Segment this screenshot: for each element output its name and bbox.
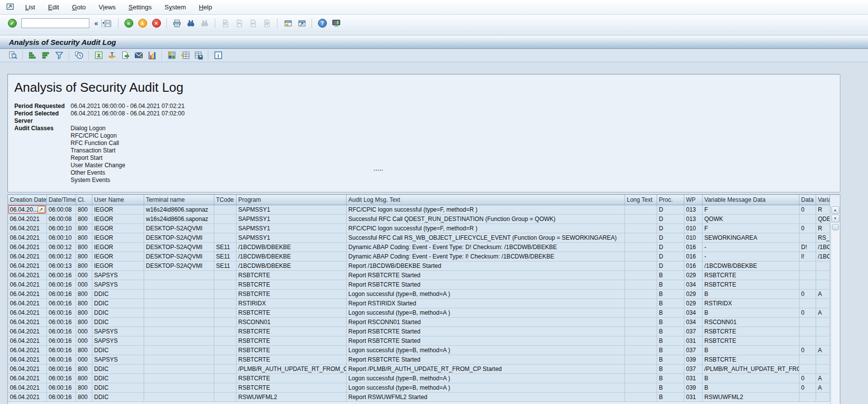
next-page-button[interactable] xyxy=(247,17,259,29)
cell-variab[interactable] xyxy=(816,392,829,402)
cell-msg[interactable]: Dynamic ABAP Coding: Event - Event Type:… xyxy=(346,252,625,261)
cell-variab[interactable] xyxy=(816,270,829,280)
cell-long_text[interactable] xyxy=(625,280,657,289)
cell-program[interactable]: RSTIRIDX xyxy=(236,298,346,308)
cell-var_msg[interactable]: RSWUWFML2 xyxy=(702,392,799,402)
cell-datetime[interactable]: 06:00:13 xyxy=(46,261,76,270)
cell-wp[interactable]: 031 xyxy=(684,373,702,383)
help-button[interactable]: ? xyxy=(316,17,328,29)
display-times-button[interactable] xyxy=(73,49,85,61)
cell-datetime[interactable]: 06:00:16 xyxy=(46,392,76,402)
cell-var_msg[interactable]: RSBTCRTE xyxy=(702,355,799,364)
cell-long_text[interactable] xyxy=(625,252,657,261)
first-page-button[interactable] xyxy=(219,17,232,29)
cell-msg[interactable]: Report RSBTCRTE Started xyxy=(346,280,625,289)
cell-creation_date[interactable]: 06.04.2021 xyxy=(8,355,46,364)
cell-variab[interactable]: /1BCD xyxy=(816,242,829,252)
cell-tcode[interactable] xyxy=(214,345,236,355)
cell-program[interactable]: SAPMSSY1 xyxy=(236,205,346,214)
word-processing-button[interactable]: T xyxy=(106,49,118,61)
cell-program[interactable]: /1BCDWB/DBEKBE xyxy=(236,261,346,270)
cell-tcode[interactable] xyxy=(214,336,236,345)
cell-datetime[interactable]: 06:00:16 xyxy=(46,336,76,345)
cell-program[interactable]: RSBTCRTE xyxy=(236,289,346,298)
cell-cl[interactable]: 800 xyxy=(76,223,92,233)
cell-terminal[interactable] xyxy=(144,317,214,327)
cell-proc[interactable]: D xyxy=(657,205,684,214)
cell-long_text[interactable] xyxy=(625,308,657,317)
cell-terminal[interactable] xyxy=(144,383,214,392)
cell-tcode[interactable] xyxy=(214,205,236,214)
cell-proc[interactable]: B xyxy=(657,270,684,280)
cell-wp[interactable]: 016 xyxy=(684,242,702,252)
cell-data[interactable] xyxy=(799,261,816,270)
cell-long_text[interactable] xyxy=(625,298,657,308)
splitter-handle[interactable] xyxy=(374,170,384,172)
cell-var_msg[interactable]: - xyxy=(702,252,799,261)
menu-item-settings[interactable]: Settings xyxy=(122,3,158,11)
cell-terminal[interactable] xyxy=(144,298,214,308)
cell-msg[interactable]: Report RSCONN01 Started xyxy=(346,317,625,327)
cell-var_msg[interactable]: QOWK xyxy=(702,214,799,223)
cell-data[interactable]: 0 xyxy=(799,289,816,298)
cell-tcode[interactable] xyxy=(214,373,236,383)
command-field[interactable]: ▼ xyxy=(21,18,89,28)
cell-variab[interactable]: A xyxy=(816,345,829,355)
cell-wp[interactable]: 034 xyxy=(684,308,702,317)
cell-var_msg[interactable]: F xyxy=(702,205,799,214)
cell-user[interactable]: DDIC xyxy=(92,392,144,402)
cell-msg[interactable]: Successful RFC Call RS_WB_OBJECT_LIFECYC… xyxy=(346,233,625,242)
cell-proc[interactable]: B xyxy=(657,336,684,345)
cell-msg[interactable]: Report /PLMB/R_AUTH_UPDATE_RT_FROM_CP St… xyxy=(346,364,625,373)
cell-cl[interactable]: 000 xyxy=(76,327,92,336)
cell-long_text[interactable] xyxy=(625,223,657,233)
cell-tcode[interactable] xyxy=(214,355,236,364)
cell-terminal[interactable]: w16s24id8606.saponaz xyxy=(144,205,214,214)
cell-cl[interactable]: 800 xyxy=(76,373,92,383)
cell-tcode[interactable]: SE11 xyxy=(214,252,236,261)
cell-tcode[interactable] xyxy=(214,364,236,373)
column-header-variab[interactable]: Variab xyxy=(816,195,829,205)
cell-user[interactable]: SAPSYS xyxy=(92,327,144,336)
cell-proc[interactable]: D xyxy=(657,223,684,233)
cell-cl[interactable]: 800 xyxy=(76,392,92,402)
cell-data[interactable] xyxy=(799,392,816,402)
cell-program[interactable]: RSBTCRTE xyxy=(236,345,346,355)
cell-cl[interactable]: 800 xyxy=(76,205,92,214)
cell-terminal[interactable]: w16s24id8606.saponaz xyxy=(144,214,214,223)
system-menu-button[interactable] xyxy=(4,2,17,13)
cell-wp[interactable]: 029 xyxy=(684,270,702,280)
cell-datetime[interactable]: 06:00:12 xyxy=(46,252,76,261)
export-spreadsheet-button[interactable]: X xyxy=(92,49,105,61)
cell-cl[interactable]: 000 xyxy=(76,280,92,289)
cell-msg[interactable]: Dynamic ABAP Coding: Event - Event Type:… xyxy=(346,242,625,252)
menu-item-views[interactable]: Views xyxy=(92,3,122,11)
cell-user[interactable]: IEGOR xyxy=(92,242,144,252)
create-shortcut-button[interactable] xyxy=(295,17,308,29)
cell-terminal[interactable] xyxy=(144,327,214,336)
cell-var_msg[interactable]: B xyxy=(702,373,799,383)
cell-long_text[interactable] xyxy=(625,364,657,373)
cell-var_msg[interactable]: SEWORKINGAREA xyxy=(702,233,799,242)
cell-variab[interactable]: A xyxy=(816,308,829,317)
filter-button[interactable] xyxy=(53,49,65,61)
cell-user[interactable]: SAPSYS xyxy=(92,355,144,364)
cell-wp[interactable]: 013 xyxy=(684,205,702,214)
change-layout-button[interactable] xyxy=(179,49,191,61)
cell-datetime[interactable]: 06:00:16 xyxy=(46,289,76,298)
cell-datetime[interactable]: 06:00:16 xyxy=(46,373,76,383)
cell-proc[interactable]: D xyxy=(657,233,684,242)
gui-settings-button[interactable] xyxy=(330,17,342,29)
cell-msg[interactable]: Report RSBTCRTE Started xyxy=(346,327,625,336)
cell-terminal[interactable] xyxy=(144,280,214,289)
cell-tcode[interactable] xyxy=(214,308,236,317)
column-header-long_text[interactable]: Long Text xyxy=(625,195,657,205)
cell-creation_date[interactable]: 06.04.2021 xyxy=(8,252,46,261)
cell-data[interactable]: 0 xyxy=(799,383,816,392)
cell-terminal[interactable] xyxy=(144,289,214,298)
cell-program[interactable]: RSBTCRTE xyxy=(236,270,346,280)
cell-user[interactable]: IEGOR xyxy=(92,214,144,223)
menu-item-goto[interactable]: Goto xyxy=(66,3,92,11)
cell-cl[interactable]: 800 xyxy=(76,345,92,355)
menu-item-list[interactable]: List xyxy=(19,3,41,11)
